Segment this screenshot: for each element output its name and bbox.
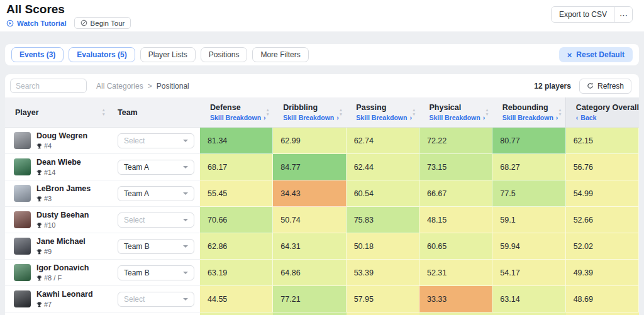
player-avatar: [14, 290, 31, 307]
score-cell: 64.86: [273, 260, 346, 286]
score-cell: 63.14: [492, 286, 565, 312]
player-column-header: Player▲▼: [5, 97, 112, 128]
select-caret-icon: [183, 245, 188, 248]
skill-breakdown-link[interactable]: Skill Breakdown›: [430, 114, 486, 121]
breadcrumb-parent[interactable]: All Categories: [96, 82, 143, 91]
skill-column-header: PassingSkill Breakdown›▲▼: [346, 97, 419, 128]
table-row: Jane Michael#9Team B62.8664.3150.1860.65…: [5, 233, 639, 260]
player-avatar: [14, 211, 31, 228]
refresh-button[interactable]: Refresh: [579, 79, 631, 94]
player-name: Igor Donavich: [36, 263, 89, 273]
skill-column-header: DribblingSkill Breakdown›▲▼: [273, 97, 346, 128]
page-title: All Scores: [6, 3, 65, 16]
player-cell: [5, 312, 112, 315]
begin-tour-button[interactable]: Begin Tour: [74, 17, 131, 29]
score-cell: 81.34: [200, 128, 273, 154]
player-number: #9: [44, 248, 52, 255]
skill-header-text: ReboundingSkill Breakdown›: [502, 103, 558, 121]
score-cell: 52.31: [419, 260, 492, 286]
score-cell: 60.54: [347, 180, 419, 207]
overall-score-cell: 52.66: [566, 207, 639, 233]
table-row: Dean Wiebe#14Team A68.1784.7762.4473.156…: [5, 154, 639, 180]
skill-column-header: PhysicalSkill Breakdown›▲▼: [419, 97, 492, 128]
sort-icon[interactable]: ▲▼: [102, 108, 106, 117]
player-number: #3: [44, 195, 52, 202]
score-cell: 66.67: [419, 180, 492, 207]
back-link[interactable]: ‹Back: [576, 114, 639, 121]
skill-breakdown-link[interactable]: Skill Breakdown›: [210, 114, 266, 121]
player-number: #4: [44, 142, 52, 150]
score-cell: 73.15: [419, 154, 492, 180]
team-select[interactable]: Select: [118, 292, 194, 307]
sort-icon[interactable]: ▲▼: [412, 108, 416, 117]
sort-desc-arrow: ▼: [485, 113, 489, 117]
team-select[interactable]: Team A: [118, 186, 194, 201]
table-row: Kawhi Leonard#7Select44.5577.2157.9533.3…: [5, 286, 639, 312]
score-cell: 48.15: [419, 207, 492, 233]
player-info: Kawhi Leonard#7: [36, 290, 93, 308]
team-select[interactable]: Team B: [118, 239, 194, 254]
score-cell: 59.94: [492, 233, 565, 260]
team-cell: Team B: [112, 233, 200, 260]
export-csv-button[interactable]: Export to CSV: [552, 7, 614, 22]
score-cell: 77.5: [492, 180, 565, 207]
team-select[interactable]: Select: [118, 133, 194, 148]
sort-desc-arrow: ▼: [339, 113, 343, 117]
score-cell: [566, 312, 639, 315]
skill-header-label: Dribbling: [283, 103, 339, 112]
skill-column-header: ReboundingSkill Breakdown›▲▼: [492, 97, 565, 128]
team-cell: Select: [112, 128, 200, 154]
back-label: Back: [580, 114, 596, 121]
score-cell: 63.19: [200, 260, 273, 286]
breadcrumb: All Categories > Positional: [96, 82, 189, 91]
team-select-value: Select: [124, 136, 145, 145]
skill-breakdown-label: Skill Breakdown: [283, 114, 334, 121]
team-cell: Select: [112, 207, 200, 233]
score-cell: 84.77: [273, 154, 346, 180]
filter-pill[interactable]: Events (3): [11, 47, 64, 62]
more-options-button[interactable]: ···: [614, 7, 632, 22]
overall-score-cell: 48.69: [566, 286, 639, 312]
score-cell: 50.18: [347, 233, 419, 260]
team-select[interactable]: Team A: [118, 160, 194, 175]
overall-score-cell: 56.76: [566, 154, 639, 180]
skill-breakdown-link[interactable]: Skill Breakdown›: [356, 114, 412, 121]
play-circle-icon: [6, 19, 14, 27]
player-info: LeBron James#3: [36, 184, 91, 202]
table-body: Doug Wegren#4Select81.3462.9962.7472.228…: [5, 128, 639, 315]
player-cell: Jane Michael#9: [5, 233, 112, 260]
overall-score-cell: 54.99: [566, 180, 639, 207]
filter-pill[interactable]: Player Lists: [140, 47, 196, 62]
player-number-row: #9: [36, 248, 86, 255]
sort-desc-arrow: ▼: [102, 113, 106, 117]
search-input[interactable]: [10, 79, 87, 93]
score-cell: 62.86: [200, 233, 273, 260]
sort-icon[interactable]: ▲▼: [485, 108, 489, 117]
select-caret-icon: [183, 140, 188, 142]
sort-icon[interactable]: ▲▼: [266, 108, 270, 117]
filter-pill[interactable]: Evaluators (5): [69, 47, 135, 62]
score-cell: 68.17: [200, 154, 273, 180]
team-select-value: Team A: [124, 189, 149, 198]
select-caret-icon: [183, 298, 188, 301]
score-cell: [347, 312, 419, 315]
team-select[interactable]: Team B: [118, 265, 194, 280]
player-number-row: #3: [36, 195, 91, 202]
filter-bar: Events (3)Evaluators (5)Player ListsPosi…: [5, 44, 639, 65]
sort-desc-arrow: ▼: [266, 113, 270, 117]
score-cell: 62.74: [347, 128, 419, 154]
score-cell: [273, 312, 346, 315]
watch-tutorial-link[interactable]: Watch Tutorial: [6, 19, 67, 27]
filter-pill[interactable]: Positions: [201, 47, 248, 62]
skill-breakdown-link[interactable]: Skill Breakdown›: [283, 114, 339, 121]
team-cell: Team A: [112, 180, 200, 207]
skill-breakdown-link[interactable]: Skill Breakdown›: [502, 114, 558, 121]
team-select[interactable]: Select: [118, 213, 194, 228]
sort-icon[interactable]: ▲▼: [558, 108, 562, 117]
sort-icon[interactable]: ▲▼: [339, 108, 343, 117]
filter-pill[interactable]: More Filters: [252, 47, 308, 62]
player-number-row: #7: [36, 301, 93, 308]
reset-default-button[interactable]: × Reset Default: [559, 47, 633, 62]
score-cell: 68.27: [492, 154, 565, 180]
score-cell: [200, 312, 273, 315]
